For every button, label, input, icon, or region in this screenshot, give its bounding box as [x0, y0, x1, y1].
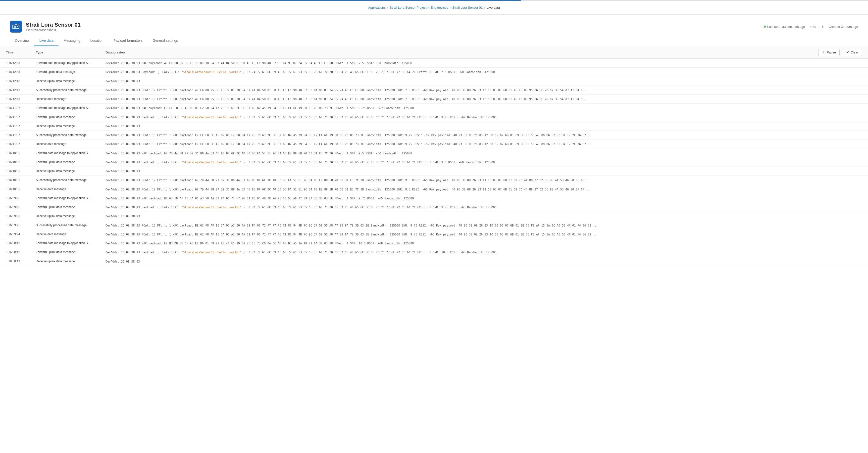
highlighted-value: "StraliLoraSensor01: Hello, world!" — [181, 70, 242, 74]
row-preview: DevAddr: 26 0B 38 93 Payload: { PLAIN_TE… — [105, 205, 862, 209]
row-preview: DevAddr: 26 0B 38 93 Payload: { PLAIN_TE… — [105, 250, 862, 255]
row-preview: DevAddr: 26 0B 38 93 Payload: { PLAIN_TE… — [105, 70, 862, 74]
pause-button[interactable]: ⏸ Pause — [818, 49, 840, 56]
row-preview: DevAddr: 26 0B 38 93 — [105, 259, 862, 264]
uplink-arrow-icon: ↑ — [6, 133, 7, 137]
table-row: ↑ 16:11:37Receive uplink data messageDev… — [0, 122, 868, 131]
row-type: Successfully processed data message — [36, 133, 105, 137]
uplink-count: ↑ 49 — [810, 25, 816, 29]
uplink-arrow-icon: ↑ — [6, 188, 7, 191]
row-preview: DevAddr: 26 0B 38 93 FCnt: 18 FPort: 1 M… — [105, 142, 862, 147]
loading-bar-fill — [0, 0, 521, 1]
table-row: ↑ 16:12:43Forward uplink data messageDev… — [0, 68, 868, 76]
row-preview: DevAddr: 26 0B 38 93 FCnt: 16 FPort: 1 M… — [105, 232, 862, 237]
uplink-arrow-icon: ↑ — [6, 241, 7, 245]
row-preview: DevAddr: 26 0B 38 93 FCnt: 17 FPort: 1 M… — [105, 178, 862, 183]
top-nav: Applications › Strali Lora Sensor Projec… — [0, 1, 868, 15]
row-time: ↑ 16:10:31 — [6, 151, 36, 155]
table-row: ↑ 16:09:25Forward uplink data messageDev… — [0, 203, 868, 212]
row-time: ↑ 16:08:19 — [6, 259, 36, 263]
row-preview: DevAddr: 26 0B 38 93 — [105, 79, 862, 84]
device-header: Strali Lora Sensor 01 ID: stralilorasens… — [0, 15, 868, 36]
status-text: Last seen 33 seconds ago — [767, 25, 805, 29]
table-row: ↑ 16:10:31Forward data message to Applic… — [0, 149, 868, 158]
uplink-arrow-icon: ↑ — [6, 79, 7, 83]
row-type: Receive data message — [36, 142, 105, 146]
table-body: ↑ 16:12:43Forward data message to Applic… — [0, 59, 868, 266]
row-preview: DevAddr: 26 0B 38 93 FCnt: 19 FPort: 1 M… — [105, 88, 862, 93]
breadcrumb-project[interactable]: Strali Lora Sensor Project — [390, 6, 426, 9]
row-type: Forward data message to Application S... — [36, 61, 105, 65]
row-preview: DevAddr: 26 0B 38 93 MAC payload: 68 7D … — [105, 151, 862, 156]
row-time: ↑ 16:10:31 — [6, 160, 36, 164]
tab-overview[interactable]: Overview — [10, 36, 34, 46]
row-time: ↑ 16:09:25 — [6, 223, 36, 227]
uplink-arrow-icon: ↑ — [6, 232, 7, 236]
row-time: ↑ 16:10:31 — [6, 187, 36, 191]
table-row: ↑ 16:08:19Forward data message to Applic… — [0, 239, 868, 248]
uplink-arrow-icon: ↑ — [6, 124, 7, 128]
clear-icon: ✕ — [846, 51, 849, 54]
row-preview: DevAddr: 26 0B 38 93 — [105, 169, 862, 173]
clear-button[interactable]: ✕ Clear — [843, 49, 862, 56]
row-type: Forward data message to Application S... — [36, 241, 105, 245]
table-row: ↑ 16:08:19Receive uplink data messageDev… — [0, 257, 868, 266]
uplink-arrow-icon: ↑ — [6, 196, 7, 200]
row-preview: DevAddr: 26 0B 38 93 Payload: { PLAIN_TE… — [105, 160, 862, 165]
device-name: Strali Lora Sensor 01 — [26, 22, 81, 28]
table-row: ↑ 16:10:31Receive uplink data messageDev… — [0, 167, 868, 176]
uplink-arrow-icon: ↑ — [6, 142, 7, 146]
tab-live-data[interactable]: Live data — [34, 36, 59, 46]
breadcrumb-applications[interactable]: Applications — [368, 6, 385, 9]
table-row: ↑ 16:09:25Receive uplink data messageDev… — [0, 212, 868, 221]
row-time: ↑ 16:10:31 — [6, 169, 36, 173]
row-time: ↑ 16:08:19 — [6, 250, 36, 254]
downlink-number: 5 — [822, 25, 824, 29]
row-time: ↑ 16:11:37 — [6, 142, 36, 146]
device-id: ID: stralilorasensor01 — [26, 28, 81, 32]
downlink-arrow-icon: ↓ — [819, 25, 821, 29]
row-preview: DevAddr: 26 0B 38 93 MAC payload: C9 FE … — [105, 106, 862, 110]
row-type: Forward data message to Application S... — [36, 196, 105, 200]
table-row: ↑ 16:12:43Receive data messageDevAddr: 2… — [0, 95, 868, 104]
tab-payload-formatters[interactable]: Payload formatters — [108, 36, 148, 46]
row-type: Forward uplink data message — [36, 70, 105, 74]
uplink-number: 49 — [812, 25, 816, 29]
row-time: ↑ 16:09:24 — [6, 232, 36, 236]
row-preview: DevAddr: 26 0B 38 93 — [105, 124, 862, 129]
row-type: Forward uplink data message — [36, 205, 105, 209]
tabs-bar: Overview Live data Messaging Location Pa… — [0, 36, 868, 46]
row-time: ↑ 16:12:43 — [6, 79, 36, 83]
device-meta: Last seen 33 seconds ago ↑ 49 ↓ 5 Create… — [764, 25, 858, 29]
table-row: ↑ 16:10:31Successfully processed data me… — [0, 176, 868, 185]
highlighted-value: "StraliLoraSensor01: Hello, world!" — [181, 205, 242, 209]
row-type: Receive uplink data message — [36, 79, 105, 83]
uplink-arrow-icon: ↑ — [6, 106, 7, 110]
row-time: ↑ 16:12:43 — [6, 88, 36, 92]
row-time: ↑ 16:11:37 — [6, 124, 36, 128]
uplink-arrow-icon: ↑ — [6, 250, 7, 254]
row-time: ↑ 16:09:25 — [6, 196, 36, 200]
table-row: ↑ 16:12:43Successfully processed data me… — [0, 86, 868, 95]
loading-bar — [0, 0, 868, 1]
tab-location[interactable]: Location — [85, 36, 108, 46]
table-row: ↑ 16:10:31Receive data messageDevAddr: 2… — [0, 185, 868, 194]
breadcrumb-end-devices[interactable]: End devices — [431, 6, 448, 9]
row-preview: DevAddr: 26 0B 38 93 FCnt: 17 FPort: 1 M… — [105, 187, 862, 192]
row-time: ↑ 16:11:37 — [6, 133, 36, 137]
row-type: Receive uplink data message — [36, 169, 105, 173]
tab-general-settings[interactable]: General settings — [148, 36, 183, 46]
breadcrumb-device[interactable]: Strali Lora Sensor 01 — [452, 6, 483, 9]
breadcrumb-current: Live data — [487, 6, 500, 9]
svg-rect-1 — [13, 25, 19, 28]
tab-messaging[interactable]: Messaging — [59, 36, 85, 46]
table-header: Time Type Data preview ⏸ Pause ✕ Clear — [0, 46, 868, 59]
row-preview: DevAddr: 26 0B 38 93 MAC payload: 4E E6 … — [105, 61, 862, 65]
uplink-arrow-icon: ↑ — [6, 88, 7, 92]
col-preview-header: Data preview — [105, 51, 818, 54]
uplink-arrow-icon: ↑ — [6, 178, 7, 182]
table-row: ↑ 16:11:37Forward data message to Applic… — [0, 104, 868, 112]
row-type: Forward uplink data message — [36, 115, 105, 119]
table-row: ↑ 16:08:19Forward uplink data messageDev… — [0, 248, 868, 257]
row-time: ↑ 16:11:37 — [6, 106, 36, 110]
